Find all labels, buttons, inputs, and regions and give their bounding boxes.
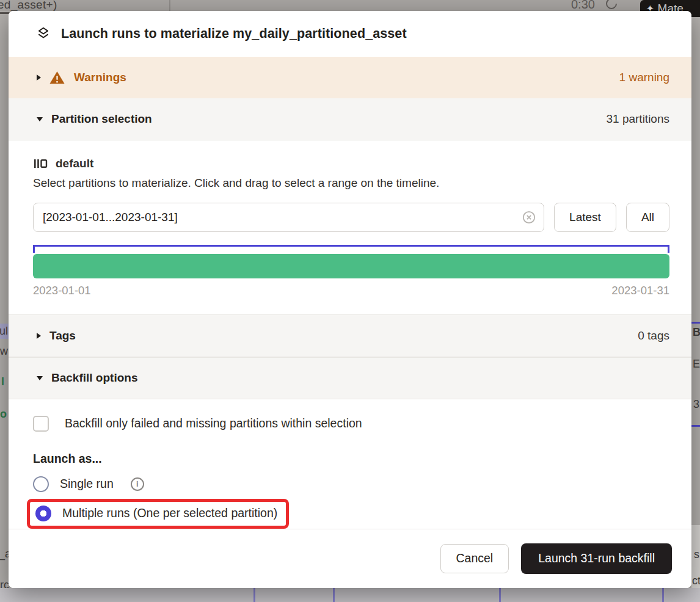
failed-missing-checkbox[interactable] (33, 416, 49, 432)
partition-set-icon (33, 156, 49, 171)
warnings-label: Warnings (74, 71, 126, 84)
background-fragment: o (0, 408, 7, 421)
single-run-option[interactable]: Single run i (33, 476, 669, 492)
timeline-start-label: 2023-01-01 (33, 284, 91, 297)
info-icon[interactable]: i (131, 477, 144, 491)
latest-button[interactable]: Latest (554, 203, 616, 232)
background-asset-name-fragment: ed_asset+) (0, 0, 57, 12)
background-toolbar: ed_asset+) 0:30 ✦ Mate (0, 0, 700, 11)
background-line-fragment (691, 322, 700, 324)
partition-range-input[interactable] (33, 203, 544, 232)
launch-runs-dialog: Launch runs to materialize my_daily_part… (9, 11, 691, 588)
partition-input-row: Latest All (33, 203, 669, 232)
dialog-header: Launch runs to materialize my_daily_part… (9, 11, 691, 57)
backfill-options-label: Backfill options (51, 371, 137, 385)
background-fragment: 3 (693, 398, 699, 411)
dialog-title: Launch runs to materialize my_daily_part… (61, 26, 407, 42)
tags-count: 0 tags (638, 329, 669, 343)
toolbar-divider (169, 0, 170, 11)
backfill-options-header[interactable]: Backfill options (9, 357, 691, 399)
multiple-runs-radio[interactable] (35, 506, 51, 521)
single-run-radio[interactable] (33, 476, 49, 492)
timeline-end-label: 2023-01-31 (611, 284, 669, 297)
warnings-count: 1 warning (619, 71, 669, 84)
background-fragment: s (694, 548, 699, 561)
cancel-button[interactable]: Cancel (440, 544, 509, 573)
annotation-highlight-box: Multiple runs (One per selected partitio… (27, 499, 289, 529)
multiple-runs-label: Multiple runs (One per selected partitio… (62, 506, 277, 520)
partition-selection-header[interactable]: Partition selection 31 partitions (9, 98, 691, 140)
failed-missing-checkbox-label: Backfill only failed and missing partiti… (65, 416, 362, 430)
multiple-runs-option[interactable]: Multiple runs (One per selected partitio… (35, 506, 277, 521)
caret-right-icon (37, 74, 41, 81)
all-button[interactable]: All (626, 203, 669, 232)
partition-selection-body: default Select partitions to materialize… (9, 140, 691, 314)
caret-down-icon (37, 117, 43, 121)
partition-selection-label: Partition selection (51, 112, 152, 126)
tags-section-header[interactable]: Tags 0 tags (9, 314, 691, 357)
caret-down-icon (37, 376, 43, 380)
background-fragment: l (1, 375, 4, 388)
background-table (0, 588, 700, 602)
countdown-icon (603, 0, 619, 12)
launch-as-label: Launch as... (33, 452, 669, 466)
materialize-layers-icon (35, 26, 51, 42)
warnings-section-header[interactable]: Warnings 1 warning (9, 57, 691, 98)
background-line-fragment (691, 425, 700, 427)
partition-count: 31 partitions (606, 112, 669, 126)
timeline-selected-range-bar[interactable] (33, 254, 669, 278)
warning-triangle-icon (49, 70, 65, 85)
dimension-row: default (33, 156, 669, 171)
refresh-countdown: 0:30 (571, 0, 595, 12)
background-fragment: ct (692, 575, 700, 587)
partition-input-wrap (33, 203, 544, 232)
background-fragment: E (693, 358, 700, 371)
failed-missing-checkbox-row: Backfill only failed and missing partiti… (33, 416, 669, 432)
partition-selection-description: Select partitions to materialize. Click … (33, 176, 669, 190)
tags-label: Tags (49, 329, 76, 343)
launch-backfill-button[interactable]: Launch 31-run backfill (521, 543, 672, 574)
backfill-options-body: Backfill only failed and missing partiti… (9, 399, 691, 529)
timeline-labels: 2023-01-01 2023-01-31 (33, 284, 669, 297)
clear-input-icon[interactable] (522, 210, 536, 225)
caret-right-icon (37, 333, 41, 339)
dialog-footer: Cancel Launch 31-run backfill (9, 529, 691, 588)
background-fragment: w (0, 345, 8, 358)
timeline-selection-bracket (33, 245, 669, 253)
partition-timeline: 2023-01-01 2023-01-31 (33, 245, 669, 297)
dimension-name: default (56, 157, 93, 170)
background-fragment: B (693, 326, 700, 339)
single-run-label: Single run (60, 477, 114, 491)
